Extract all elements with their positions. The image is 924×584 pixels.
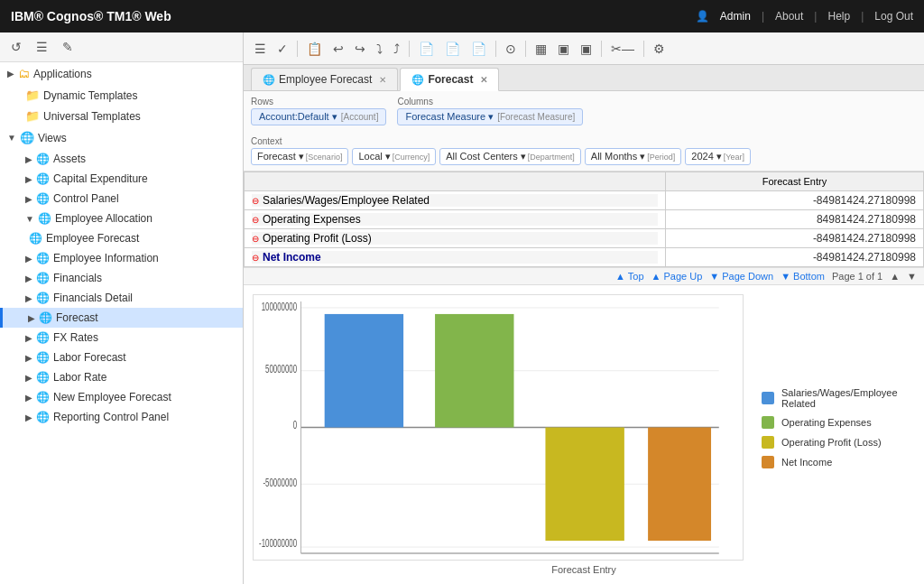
sidebar-item-reporting[interactable]: ▶ 🌐 Reporting Control Panel — [0, 407, 243, 427]
sidebar-item-forecast[interactable]: ▶ 🌐 Forecast — [0, 308, 243, 328]
table-row: ⊖ Operating Profit (Loss) -84981424.2718… — [245, 229, 924, 248]
globe-assets-icon: 🌐 — [36, 153, 50, 165]
sidebar-edit-btn[interactable]: ✎ — [59, 38, 77, 56]
globe-fin-detail-icon: 🌐 — [36, 292, 50, 304]
svg-text:-100000000: -100000000 — [259, 537, 297, 549]
sidebar-item-financials[interactable]: ▶ 🌐 Financials — [0, 268, 243, 288]
sidebar-item-labor-forecast[interactable]: ▶ 🌐 Labor Forecast — [0, 348, 243, 367]
columns-label: Columns — [397, 97, 583, 107]
labor-rate-label: Labor Rate — [53, 371, 106, 384]
employee-forecast-label: Employee Forecast — [46, 232, 139, 245]
tab-emp-forecast-close[interactable]: ✕ — [379, 75, 386, 85]
tab-employee-forecast[interactable]: 🌐 Employee Forecast ✕ — [251, 68, 398, 90]
svg-text:-50000000: -50000000 — [263, 477, 297, 488]
sidebar-section-views[interactable]: ▼ 🌐 Views — [0, 126, 243, 149]
admin-label: Admin — [720, 10, 751, 23]
sidebar-item-new-employee[interactable]: ▶ 🌐 New Employee Forecast — [0, 387, 243, 407]
sidebar-item-control-panel[interactable]: ▶ 🌐 Control Panel — [0, 189, 243, 209]
sidebar-section-applications[interactable]: ▶ 🗂 Applications — [0, 62, 243, 85]
toolbar-doc1-btn[interactable]: 📄 — [415, 40, 438, 58]
globe-new-emp-icon: 🌐 — [36, 391, 50, 403]
toolbar-fwd-btn[interactable]: ⤴ — [390, 40, 403, 58]
logout-link[interactable]: Log Out — [874, 10, 913, 23]
sidebar-item-dynamic-templates[interactable]: 📁 Dynamic Templates — [0, 85, 243, 106]
sidebar-list-btn[interactable]: ☰ — [32, 38, 51, 56]
sidebar-item-universal-templates[interactable]: 📁 Universal Templates — [0, 106, 243, 126]
chevron-reporting: ▶ — [25, 413, 32, 422]
chevron-applications: ▶ — [7, 69, 14, 79]
toolbar-grid3-btn[interactable]: ▣ — [577, 40, 596, 58]
folder-dynamic-icon: 📁 — [25, 88, 40, 102]
context-months-dropdown[interactable]: All Months ▾[Period] — [585, 148, 681, 165]
toolbar-doc3-btn[interactable]: 📄 — [467, 40, 490, 58]
legend-swatch-opex — [762, 416, 774, 429]
toolbar-cut-btn[interactable]: ✂— — [607, 40, 638, 58]
toolbar-copy-btn[interactable]: 📋 — [303, 40, 326, 58]
toolbar-grid1-btn[interactable]: ▦ — [531, 40, 550, 58]
minus-icon-profit: ⊖ — [252, 234, 259, 244]
legend-item-opex: Operating Expenses — [762, 416, 906, 429]
sep2: | — [814, 10, 817, 23]
context-local-dropdown[interactable]: Local ▾[Currency] — [352, 148, 436, 165]
sidebar-item-assets[interactable]: ▶ 🌐 Assets — [0, 149, 243, 169]
chevron-capital: ▶ — [25, 174, 32, 184]
tab-forecast-close[interactable]: ✕ — [480, 75, 487, 85]
page-down-nav[interactable]: ▼ Page Down — [709, 271, 773, 282]
fx-rates-label: FX Rates — [53, 331, 98, 344]
sidebar-item-financials-detail[interactable]: ▶ 🌐 Financials Detail — [0, 288, 243, 308]
tab-forecast[interactable]: 🌐 Forecast ✕ — [400, 68, 499, 91]
bottom-nav[interactable]: ▼ Bottom — [781, 271, 825, 282]
legend-label-opex: Operating Expenses — [781, 417, 872, 428]
context-group: Context Forecast ▾[Scenario] Local ▾[Cur… — [251, 136, 751, 165]
toolbar-sep6 — [643, 41, 644, 57]
page-scroll-up[interactable]: ▲ — [890, 271, 900, 282]
data-table: Forecast Entry ⊖ Salaries/Wages/Employee… — [244, 171, 924, 267]
toolbar-menu-btn[interactable]: ☰ — [251, 40, 270, 58]
bar-profit[interactable] — [545, 428, 624, 542]
top-nav[interactable]: ▲ Top — [615, 271, 643, 282]
toolbar-check-btn[interactable]: ✓ — [273, 40, 291, 58]
toolbar-doc2-btn[interactable]: 📄 — [441, 40, 464, 58]
toolbar-circle-btn[interactable]: ⊙ — [502, 40, 520, 58]
sidebar-item-employee-info[interactable]: ▶ 🌐 Employee Information — [0, 248, 243, 268]
sidebar-item-capital[interactable]: ▶ 🌐 Capital Expenditure — [0, 169, 243, 189]
context-costcenters-dropdown[interactable]: All Cost Centers ▾[Department] — [439, 148, 581, 165]
sidebar-item-employee-allocation[interactable]: ▼ 🌐 Employee Allocation — [0, 209, 243, 228]
rows-pill[interactable]: Account:Default ▾ [Account] — [251, 108, 386, 125]
sidebar-refresh-btn[interactable]: ↺ — [7, 38, 25, 56]
tab-emp-forecast-label: Employee Forecast — [279, 73, 372, 86]
page-scroll-down[interactable]: ▼ — [907, 271, 917, 282]
page-up-nav[interactable]: ▲ Page Up — [651, 271, 703, 282]
toolbar-redo-btn[interactable]: ↪ — [351, 40, 369, 58]
context-year-dropdown[interactable]: 2024 ▾[Year] — [685, 148, 751, 165]
chevron-views: ▼ — [7, 133, 16, 143]
sidebar-item-fx-rates[interactable]: ▶ 🌐 FX Rates — [0, 328, 243, 348]
toolbar-sep4 — [525, 41, 526, 57]
columns-group: Columns Forecast Measure ▾ [Forecast Mea… — [397, 97, 583, 125]
help-link[interactable]: Help — [827, 10, 850, 23]
chevron-new-emp: ▶ — [25, 393, 32, 403]
globe-control-icon: 🌐 — [36, 192, 50, 205]
toolbar-undo-btn[interactable]: ↩ — [329, 40, 347, 58]
chart-svg: 100000000 50000000 0 -50000000 -10000000… — [254, 295, 743, 560]
toolbar-settings-btn[interactable]: ⚙ — [650, 40, 669, 58]
bar-salaries[interactable] — [325, 314, 403, 428]
about-link[interactable]: About — [775, 10, 803, 23]
table-row-label-opex: ⊖ Operating Expenses — [245, 210, 666, 229]
toolbar-back-btn[interactable]: ⤵ — [373, 40, 386, 58]
globe-labor-rate-icon: 🌐 — [36, 371, 50, 384]
table-header-empty — [245, 172, 666, 191]
toolbar-grid2-btn[interactable]: ▣ — [554, 40, 573, 58]
sidebar-item-labor-rate[interactable]: ▶ 🌐 Labor Rate — [0, 367, 243, 387]
columns-pill[interactable]: Forecast Measure ▾ [Forecast Measure] — [397, 108, 583, 125]
chevron-assets: ▶ — [25, 154, 32, 164]
globe-fx-icon: 🌐 — [36, 331, 50, 344]
context-forecast-dropdown[interactable]: Forecast ▾[Scenario] — [251, 148, 348, 165]
context-bar: Rows Account:Default ▾ [Account] Columns… — [244, 91, 924, 171]
sidebar-item-employee-forecast[interactable]: 🌐 Employee Forecast — [0, 228, 243, 248]
applications-label: Applications — [33, 68, 92, 80]
bar-income[interactable] — [648, 428, 711, 542]
bar-opex[interactable] — [435, 314, 513, 428]
income-value: -84981424.27180998 — [665, 248, 923, 267]
tab-forecast-icon: 🌐 — [411, 74, 424, 86]
